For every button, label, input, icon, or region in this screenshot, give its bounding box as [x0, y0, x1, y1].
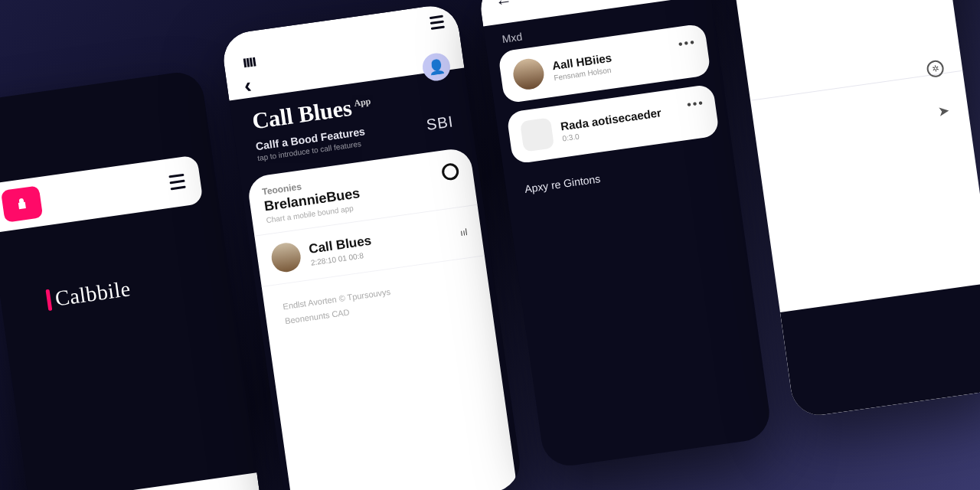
bottom-nav — [29, 472, 264, 490]
header-badge: SBI — [426, 113, 455, 134]
page-title-sup: App — [353, 96, 371, 109]
phone-center: ıııı ‹ 👤 Call BluesApp Callf a Bood Feat… — [220, 2, 523, 490]
phone-rightmost: ✲ ➤ — [727, 0, 980, 419]
bottom-panel — [780, 283, 980, 419]
avatar — [511, 57, 546, 91]
brand-wordmark: Calbbile — [45, 276, 132, 312]
more-menu-icon[interactable]: ••• — [678, 35, 697, 51]
app-badge-button[interactable] — [1, 185, 43, 223]
hamburger-icon[interactable] — [168, 174, 185, 191]
back-icon[interactable]: ← — [494, 0, 513, 13]
signal-mini-icon: ııl — [459, 227, 468, 238]
avatar — [270, 241, 302, 274]
search-strip — [0, 155, 204, 237]
phone-leftmost: Calbbile — [0, 69, 264, 490]
send-icon[interactable]: ➤ — [937, 102, 951, 120]
signal-strength-icon: ıııı — [241, 51, 256, 73]
page-title-text: Call Blues — [250, 95, 353, 134]
back-icon[interactable]: ‹ — [243, 74, 253, 99]
menu-icon[interactable] — [430, 15, 445, 30]
phone-contacts: ← ııl ◀ Mxd Aall HBiies Fensnam Holson •… — [477, 0, 773, 469]
avatar — [520, 117, 554, 152]
content-scroll[interactable]: Teoonies BrelannieBues Chart a mobile bo… — [247, 147, 518, 490]
more-menu-icon[interactable]: ••• — [686, 96, 705, 112]
